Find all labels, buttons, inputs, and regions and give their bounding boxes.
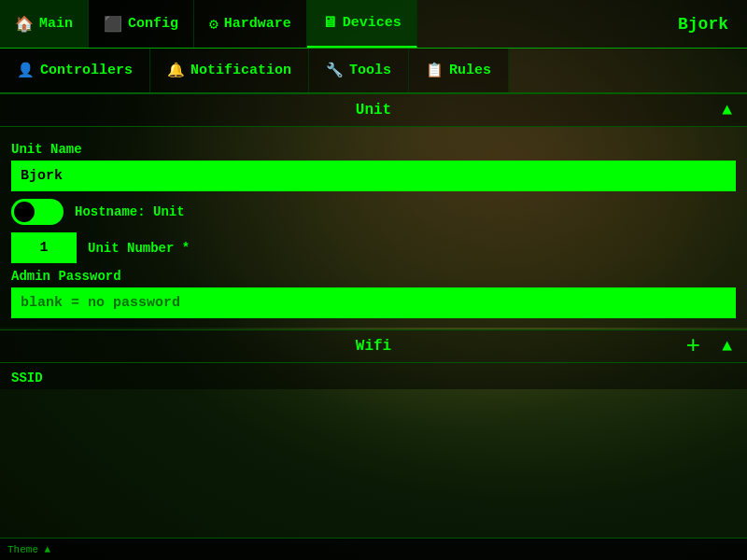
- tab-controllers[interactable]: 👤 Controllers: [0, 49, 150, 92]
- toggle-knob: [14, 202, 35, 222]
- tab-config-label: Config: [128, 16, 178, 32]
- tab-controllers-label: Controllers: [40, 63, 133, 78]
- theme-button[interactable]: Theme ▲: [7, 544, 50, 555]
- hostname-row: Hostname: Unit: [11, 199, 736, 225]
- unit-number-input[interactable]: [11, 232, 77, 263]
- bottom-bar: Theme ▲: [0, 538, 747, 560]
- hostname-label: Hostname: Unit: [75, 204, 185, 219]
- unit-form: Unit Name Hostname: Unit Unit Number * A…: [0, 127, 747, 328]
- tab-hardware-label: Hardware: [224, 16, 291, 32]
- tab-tools-label: Tools: [349, 63, 391, 78]
- tab-main-label: Main: [39, 16, 73, 32]
- tab-rules[interactable]: 📋 Rules: [409, 49, 509, 92]
- unit-collapse-button[interactable]: ▲: [722, 101, 732, 119]
- wifi-collapse-button[interactable]: ▲: [722, 337, 732, 356]
- tab-config[interactable]: ⬛ Config: [89, 0, 194, 48]
- admin-password-label: Admin Password: [11, 269, 736, 284]
- tab-notification[interactable]: 🔔 Notification: [150, 49, 309, 92]
- tab-notification-label: Notification: [190, 63, 291, 78]
- wifi-section-title: Wifi: [356, 338, 391, 355]
- tab-tools[interactable]: 🔧 Tools: [309, 49, 409, 92]
- wifi-form: SSID: [0, 363, 747, 389]
- devices-icon: 🖥: [322, 14, 337, 32]
- hardware-icon: ⚙: [209, 15, 218, 34]
- unit-section-header: Unit ▲: [0, 93, 747, 127]
- unit-section-title: Unit: [356, 102, 391, 119]
- ssid-label: SSID: [0, 363, 747, 389]
- controllers-icon: 👤: [17, 62, 35, 79]
- config-icon: ⬛: [104, 15, 122, 34]
- wifi-section-header: Wifi + ▲: [0, 329, 747, 363]
- tools-icon: 🔧: [326, 62, 344, 79]
- admin-password-input[interactable]: [11, 287, 736, 318]
- tab-main[interactable]: 🏠 Main: [0, 0, 89, 48]
- main-icon: 🏠: [15, 15, 34, 34]
- bottom-nav: 👤 Controllers 🔔 Notification 🔧 Tools 📋 R…: [0, 49, 747, 93]
- unit-number-label: Unit Number *: [88, 241, 190, 256]
- site-name: Bjork: [678, 15, 747, 34]
- unit-name-input[interactable]: [11, 161, 736, 191]
- tab-devices[interactable]: 🖥 Devices: [307, 0, 417, 48]
- tab-hardware[interactable]: ⚙ Hardware: [194, 0, 307, 48]
- tab-rules-label: Rules: [449, 63, 491, 78]
- unit-number-row: Unit Number *: [11, 232, 736, 263]
- wifi-add-button[interactable]: +: [685, 332, 700, 360]
- tab-devices-label: Devices: [343, 15, 402, 31]
- notification-icon: 🔔: [167, 62, 185, 79]
- top-nav: 🏠 Main ⬛ Config ⚙ Hardware 🖥 Devices Bjo…: [0, 0, 747, 49]
- rules-icon: 📋: [426, 62, 444, 79]
- hostname-toggle[interactable]: [11, 199, 63, 225]
- unit-name-label: Unit Name: [11, 142, 736, 157]
